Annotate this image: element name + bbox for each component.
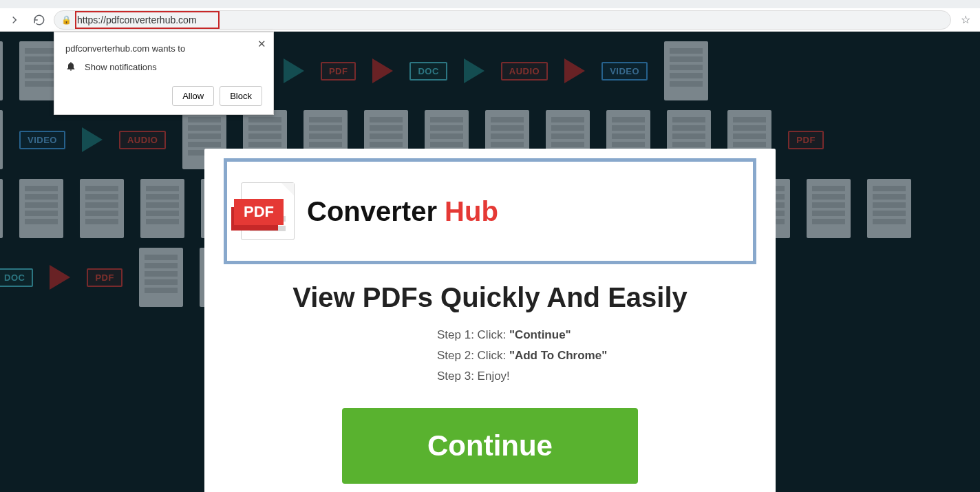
bg-chip-pdf: PDF <box>321 62 356 81</box>
arrow-icon <box>564 58 585 83</box>
bg-chip-doc: DOC <box>409 62 447 81</box>
close-icon[interactable]: ✕ <box>257 38 266 50</box>
reload-button[interactable] <box>29 10 50 30</box>
logo-badge-text: PDF <box>234 199 284 225</box>
step-2: Step 2: Click: "Add To Chrome" <box>437 349 607 363</box>
arrow-icon <box>372 58 393 83</box>
bg-chip-pdf: PDF <box>87 268 122 287</box>
logo-text: Converter Hub <box>307 196 498 227</box>
bg-chip-pdf: PDF <box>788 131 824 149</box>
headline: View PDFs Quickly And Easily <box>224 282 756 313</box>
logo-word-converter: Converter <box>307 196 445 226</box>
url-text: https://pdfconverterhub.com <box>77 14 197 25</box>
arrow-icon <box>82 127 103 152</box>
permission-capability-text: Show notifications <box>85 62 157 72</box>
step-3: Step 3: Enjoy! <box>437 370 510 383</box>
address-bar[interactable]: 🔒 https://pdfconverterhub.com <box>54 10 951 30</box>
address-bar-row: 🔒 https://pdfconverterhub.com ☆ <box>0 8 980 32</box>
bg-chip-audio: AUDIO <box>119 131 166 149</box>
allow-button[interactable]: Allow <box>172 86 214 106</box>
steps-list: Step 1: Click: "Continue" Step 2: Click:… <box>437 328 756 383</box>
arrow-icon <box>464 58 484 83</box>
continue-button[interactable]: Continue <box>342 408 638 484</box>
notification-permission-popup: ✕ pdfconverterhub.com wants to Show noti… <box>54 32 274 115</box>
forward-button[interactable] <box>4 10 25 30</box>
logo-frame: PDF Converter Hub <box>224 158 756 264</box>
main-card: PDF Converter Hub View PDFs Quickly And … <box>204 149 776 492</box>
arrow-icon <box>284 58 304 83</box>
bg-chip-audio: AUDIO <box>501 62 548 81</box>
bookmark-star-icon[interactable]: ☆ <box>955 13 976 26</box>
logo-word-hub: Hub <box>445 196 498 226</box>
lock-icon: 🔒 <box>61 15 72 25</box>
tab-strip <box>0 0 980 8</box>
step-1: Step 1: Click: "Continue" <box>437 328 571 342</box>
logo-graphic: PDF <box>241 182 295 240</box>
bg-chip-doc: DOC <box>0 268 33 287</box>
bell-icon <box>65 61 76 74</box>
block-button[interactable]: Block <box>220 86 262 106</box>
arrow-icon <box>50 265 70 290</box>
bg-chip-video: VIDEO <box>19 131 65 149</box>
permission-origin-text: pdfconverterhub.com wants to <box>65 43 262 54</box>
bg-chip-video: VIDEO <box>601 62 648 81</box>
